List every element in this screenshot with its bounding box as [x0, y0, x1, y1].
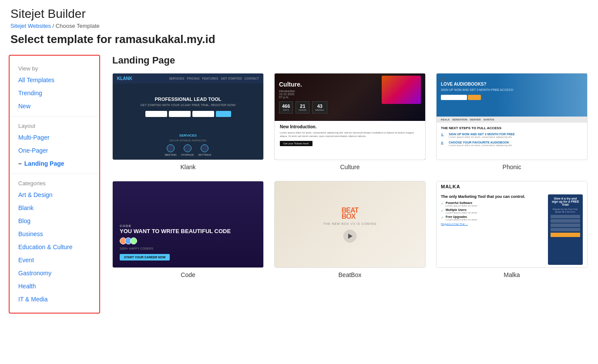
culture-event-title: New Introduction.	[280, 124, 420, 129]
sidebar-item-business[interactable]: Business	[10, 227, 99, 240]
sidebar-item-all-templates[interactable]: All Templates	[10, 73, 99, 87]
template-name-klank: Klank	[112, 164, 264, 170]
culture-counter-days: 466 DAYS	[279, 101, 293, 114]
beatbox-tagline: THE NEW BOX V3 IS COMING	[323, 222, 377, 225]
sidebar-divider-1	[10, 116, 99, 117]
phonic-steps-title: THE NEXT STEPS TO FULL ACCESS	[441, 126, 583, 130]
view-by-label: View by	[10, 63, 99, 73]
code-cta: START YOUR CAREER NOW	[120, 254, 170, 260]
klank-submit-btn	[216, 111, 231, 117]
code-title: YOU WANT TO WRITE BEAUTIFUL CODE	[120, 228, 256, 235]
phonic-person-image	[497, 73, 587, 117]
page-header: Sitejet Builder Sitejet Websites / Choos…	[0, 0, 598, 55]
breadcrumb-link[interactable]: Sitejet Websites	[10, 23, 51, 29]
sidebar-item-one-pager[interactable]: One-Pager	[10, 144, 99, 157]
sidebar-item-gastronomy[interactable]: Gastronomy	[10, 267, 99, 280]
sidebar-item-education-culture[interactable]: Education & Culture	[10, 240, 99, 254]
klank-name-input	[145, 111, 167, 117]
phonic-step1-label: SIGN UP NOW AND GET 3 MONTH FOR FREE	[449, 133, 515, 136]
klank-services-title: SERVICES	[179, 134, 197, 137]
culture-title: Culture.	[279, 81, 327, 88]
sidebar-item-it-media[interactable]: IT & Media	[10, 293, 99, 306]
phonic-step2-label: CHOOSE YOUR FAVOURITE AUDIOBOOK	[449, 141, 512, 144]
klank-services-sub: DOLOR SITAMUK ADIPISCING	[169, 139, 206, 142]
template-card-culture[interactable]: Culture. Introduction 10.10.2020 07 p.m.…	[274, 73, 426, 170]
malka-title: The only Marketing Tool that you can con…	[441, 194, 545, 200]
sidebar: View by All Templates Trending New Layou…	[9, 55, 100, 314]
sidebar-divider-2	[10, 174, 99, 174]
malka-trial-link[interactable]: Request a Free Trial →	[441, 223, 545, 225]
sidebar-item-multi-pager[interactable]: Multi-Pager	[10, 131, 99, 144]
sidebar-item-event[interactable]: Event	[10, 254, 99, 267]
malka-logo: MALKA	[441, 184, 460, 189]
klank-sub: GET STARTED WITH YOUR 10-DAY FREE TRIAL.…	[141, 104, 236, 107]
template-name-beatbox: BeatBox	[274, 271, 426, 278]
layout-label: Layout	[10, 120, 99, 131]
sidebar-item-blog[interactable]: Blog	[10, 214, 99, 227]
section-title: Landing Page	[112, 55, 588, 66]
template-thumbnail-malka: MALKA The only Marketing Tool that you c…	[436, 181, 588, 268]
template-thumbnail-culture: Culture. Introduction 10.10.2020 07 p.m.…	[274, 73, 426, 160]
beatbox-play-btn	[343, 230, 356, 243]
sidebar-item-new[interactable]: New	[10, 100, 99, 113]
code-label: CODE	[120, 224, 256, 228]
main-layout: View by All Templates Trending New Layou…	[0, 55, 598, 358]
culture-intro: Introduction 10.10.2020 07 p.m.	[279, 90, 327, 99]
template-card-malka[interactable]: MALKA The only Marketing Tool that you c…	[436, 181, 588, 278]
breadcrumb-separator: /	[53, 23, 54, 29]
template-name-phonic: Phonic	[436, 164, 588, 170]
sidebar-item-art-design[interactable]: Art & Design	[10, 188, 99, 201]
template-card-klank[interactable]: KLANK SERVICES PRICING FEATURES GET STAR…	[112, 73, 264, 170]
sidebar-item-blank[interactable]: Blank	[10, 201, 99, 214]
template-card-beatbox[interactable]: BEAT BOX THE NEW BOX V3 IS COMING BeatBo…	[274, 181, 426, 278]
sidebar-item-landing-page[interactable]: Landing Page	[10, 157, 99, 170]
culture-event-text: Lorem ipsum dolor sit amet, consectetur …	[280, 131, 420, 138]
templates-grid: KLANK SERVICES PRICING FEATURES GET STAR…	[112, 73, 588, 278]
klank-phone-input	[169, 111, 191, 117]
template-thumbnail-beatbox: BEAT BOX THE NEW BOX V3 IS COMING	[274, 181, 426, 268]
template-card-code[interactable]: CODE YOU WANT TO WRITE BEAUTIFUL CODE 20…	[112, 181, 264, 278]
app-title: Sitejet Builder	[10, 7, 588, 21]
page-title: Select template for ramasukakal.my.id	[10, 33, 588, 46]
culture-laptop-image	[382, 76, 421, 104]
culture-counter-min: 43 MIN/SEC	[312, 101, 327, 114]
culture-counter-hours: 21 HOURS	[296, 101, 309, 114]
template-thumbnail-code: CODE YOU WANT TO WRITE BEAUTIFUL CODE 20…	[112, 181, 264, 268]
template-name-culture: Culture	[274, 164, 426, 170]
breadcrumb: Sitejet Websites / Choose Template	[10, 23, 588, 29]
klank-logo: KLANK	[117, 76, 132, 81]
sidebar-item-health[interactable]: Health	[10, 280, 99, 293]
template-card-phonic[interactable]: 🎧 LOVE AUDIOBOOKS? SIGN UP NOW AND GET 3…	[436, 73, 588, 170]
malka-signup-btn	[551, 233, 580, 237]
beatbox-logo: BEAT BOX	[342, 207, 358, 220]
culture-cta-btn: Get your Tickets here!	[280, 141, 312, 146]
klank-email-input	[192, 111, 214, 117]
template-thumbnail-phonic: 🎧 LOVE AUDIOBOOKS? SIGN UP NOW AND GET 3…	[436, 73, 588, 160]
malka-signup-form: Give it a try and sign up for a FREE Tri…	[548, 194, 583, 265]
klank-headline: PROFESSIONAL LEAD TOOL	[155, 97, 222, 102]
template-name-code: Code	[112, 271, 264, 278]
categories-label: Categories	[10, 177, 99, 188]
template-name-malka: Malka	[436, 271, 588, 278]
breadcrumb-current: Choose Template	[56, 23, 100, 29]
template-thumbnail-klank: KLANK SERVICES PRICING FEATURES GET STAR…	[112, 73, 264, 160]
sidebar-item-trending[interactable]: Trending	[10, 87, 99, 100]
main-content: Landing Page KLANK SERVICES PRICING FEAT…	[100, 55, 598, 358]
code-stats: 2000+ HAPPY CODERS	[120, 247, 256, 250]
